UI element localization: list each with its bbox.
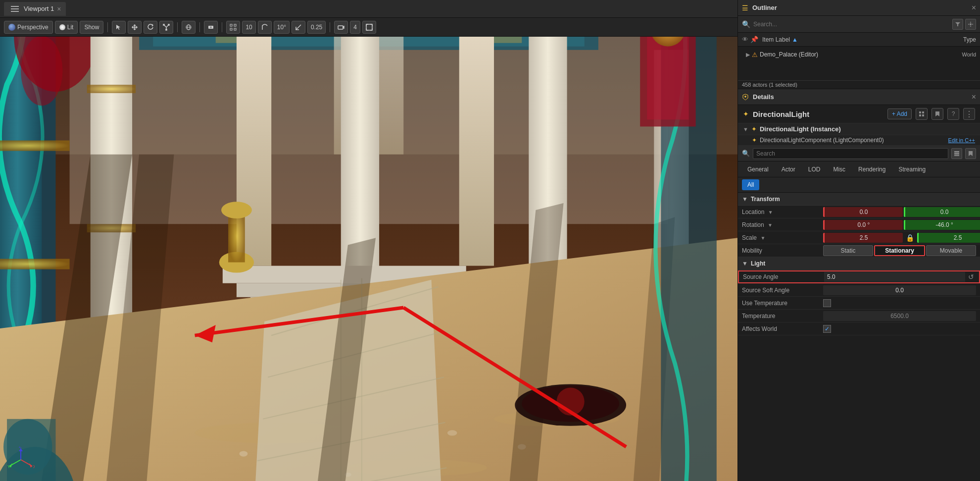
- rotation-label-text: Rotation: [742, 221, 764, 228]
- scale-y-input[interactable]: [917, 233, 980, 243]
- light-section-title: Light: [751, 260, 765, 267]
- svg-rect-35: [0, 141, 70, 151]
- details-close-btn[interactable]: ×: [972, 93, 976, 102]
- rotation-expand-icon[interactable]: ▼: [768, 222, 773, 228]
- details-table-view-btn[interactable]: [951, 148, 962, 159]
- help-icon-btn[interactable]: ?: [947, 108, 959, 120]
- details-content[interactable]: ▼ Transform Location ▼: [738, 193, 980, 481]
- location-expand-icon[interactable]: ▼: [768, 210, 773, 215]
- camera-btn[interactable]: [334, 21, 348, 34]
- perspective-btn[interactable]: Perspective: [4, 21, 53, 34]
- svg-rect-42: [87, 85, 136, 93]
- outliner-close-btn[interactable]: ×: [972, 3, 976, 12]
- outliner-filter-btn[interactable]: [952, 19, 963, 30]
- svg-rect-18: [338, 26, 343, 29]
- grid-snap-icon[interactable]: [226, 21, 240, 34]
- outliner-item-world[interactable]: ▶ ⚠ Demo_Palace (Editor) World: [742, 49, 976, 60]
- component-instance-row[interactable]: ▼ ✦ DirectionalLight (Instance): [738, 123, 980, 135]
- location-x-input[interactable]: [823, 207, 903, 217]
- outliner-search-input[interactable]: [753, 21, 949, 28]
- show-btn[interactable]: Show: [80, 21, 103, 34]
- camera-speed-btn[interactable]: [204, 21, 218, 34]
- location-y-input[interactable]: [904, 207, 980, 217]
- tab-misc[interactable]: Misc: [828, 164, 851, 175]
- sub-component-title: DirectionalLightComponent (LightComponen…: [760, 137, 945, 144]
- light-section-header[interactable]: ▼ Light: [738, 257, 980, 270]
- details-title: Details: [753, 93, 968, 101]
- scale-expand-icon[interactable]: ▼: [760, 235, 765, 241]
- scale-snap-icon[interactable]: [292, 21, 305, 34]
- affects-world-value: [823, 325, 976, 333]
- move-tool-btn[interactable]: [128, 21, 142, 34]
- mobility-movable-btn[interactable]: Movable: [926, 245, 976, 256]
- svg-rect-16: [234, 28, 236, 30]
- sub-light-icon: ✦: [752, 137, 757, 144]
- use-temperature-checkbox[interactable]: [823, 299, 831, 307]
- rotation-x-input[interactable]: [823, 220, 903, 230]
- add-component-btn[interactable]: + Add: [887, 108, 912, 119]
- source-angle-label: Source Angle: [743, 273, 822, 280]
- viewport-canvas[interactable]: X Y Z: [0, 37, 737, 481]
- scale-lock-icon[interactable]: 🔒: [906, 234, 914, 242]
- rotation-label[interactable]: Rotation ▼: [742, 221, 821, 228]
- svg-rect-36: [0, 259, 70, 269]
- tab-streaming[interactable]: Streaming: [893, 164, 931, 175]
- tab-all[interactable]: All: [742, 179, 759, 190]
- location-label[interactable]: Location ▼: [742, 209, 821, 215]
- bookmark-icon-btn[interactable]: [931, 108, 943, 120]
- temperature-input[interactable]: [823, 311, 976, 321]
- svg-point-12: [210, 26, 212, 28]
- select-tool-btn[interactable]: [112, 21, 126, 34]
- svg-rect-110: [919, 114, 921, 116]
- viewport-menu-icon[interactable]: [9, 4, 21, 14]
- temperature-values: [823, 311, 976, 321]
- svg-rect-31: [376, 37, 403, 155]
- scale-tool-btn[interactable]: [159, 21, 173, 34]
- source-angle-reset-btn[interactable]: ↺: [967, 273, 975, 281]
- rotate-tool-btn[interactable]: [144, 21, 157, 34]
- scale-x-input[interactable]: [823, 233, 903, 243]
- item-label-sort: ▲: [792, 36, 798, 43]
- maximize-btn[interactable]: [362, 21, 376, 34]
- scale-snap-value-btn[interactable]: 0.25: [307, 21, 326, 34]
- rotation-y-input[interactable]: [904, 220, 980, 230]
- world-local-btn[interactable]: [182, 21, 196, 34]
- grid-snap-value-btn[interactable]: 10: [242, 21, 255, 34]
- item-label-col[interactable]: Item Label ▲: [762, 36, 936, 43]
- outliner-search-bar: 🔍: [738, 16, 980, 33]
- tab-general[interactable]: General: [742, 164, 774, 175]
- outliner-columns: 👁 📌 Item Label ▲ Type: [738, 33, 980, 47]
- lit-btn[interactable]: Lit: [55, 21, 78, 34]
- angle-snap-icon[interactable]: [258, 21, 272, 34]
- mobility-static-btn[interactable]: Static: [823, 245, 873, 256]
- viewport-titlebar: Viewport 1 ×: [0, 0, 737, 18]
- tab-rendering[interactable]: Rendering: [853, 164, 891, 175]
- svg-point-64: [240, 451, 248, 456]
- svg-rect-112: [954, 151, 959, 153]
- transform-section-header[interactable]: ▼ Transform: [738, 193, 980, 206]
- viewport-close-icon[interactable]: ×: [57, 5, 61, 13]
- scale-label[interactable]: Scale ▼: [742, 234, 821, 241]
- source-soft-angle-input[interactable]: [823, 285, 976, 295]
- mobility-stationary-btn[interactable]: Stationary: [874, 245, 925, 256]
- actor-count: 458 actors (1 selected): [738, 80, 980, 89]
- outliner-items[interactable]: ▶ ⚠ Demo_Palace (Editor) World: [738, 47, 980, 80]
- tab-lod[interactable]: LOD: [803, 164, 826, 175]
- viewport-tab[interactable]: Viewport 1 ×: [4, 2, 66, 16]
- viewport-toolbar: Perspective Lit Show: [0, 18, 737, 37]
- viewport-tab-label: Viewport 1: [24, 5, 54, 12]
- angle-snap-value-btn[interactable]: 10°: [274, 21, 290, 34]
- source-angle-input[interactable]: [824, 272, 965, 282]
- more-options-btn[interactable]: ⋮: [963, 108, 975, 120]
- affects-world-checkbox[interactable]: [823, 325, 831, 333]
- layout-icon-btn[interactable]: [916, 108, 928, 120]
- outliner-settings-btn[interactable]: [965, 19, 976, 30]
- details-search-input[interactable]: [753, 148, 948, 159]
- camera-value-btn[interactable]: 4: [350, 21, 360, 34]
- outliner-search-icon: 🔍: [742, 20, 750, 28]
- tab-actor[interactable]: Actor: [776, 164, 801, 175]
- edit-cpp-btn[interactable]: Edit in C++: [948, 137, 975, 143]
- scale-row: Scale ▼ 🔒: [738, 231, 980, 244]
- instance-title: DirectionalLight (Instance): [760, 125, 841, 133]
- details-bookmark-btn[interactable]: [965, 148, 976, 159]
